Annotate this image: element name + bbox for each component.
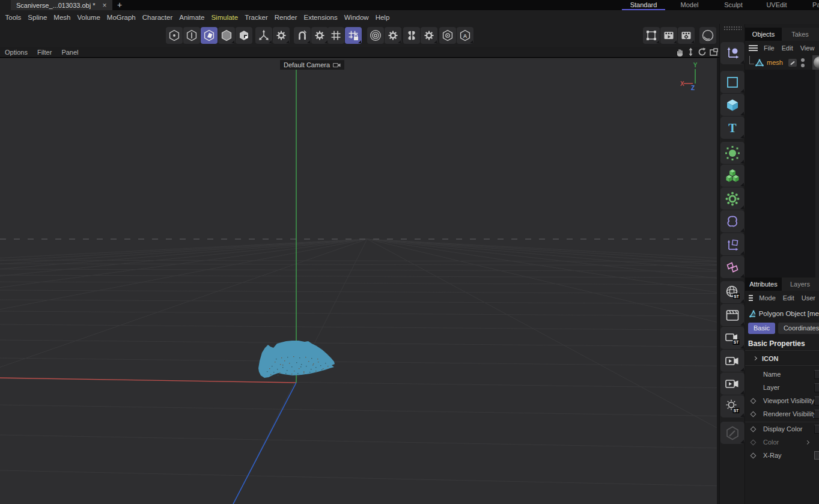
model-mode-icon[interactable] <box>218 27 235 44</box>
object-name[interactable]: mesh <box>767 59 783 66</box>
zoom-icon[interactable] <box>685 47 696 56</box>
menu-window[interactable]: Window <box>341 14 372 21</box>
sculpt-icon[interactable] <box>720 210 744 232</box>
camera-icon-1[interactable] <box>720 350 744 372</box>
primitive-cube-icon[interactable] <box>720 94 744 116</box>
snap-settings-gear-icon[interactable] <box>311 27 328 44</box>
layout-tab-model[interactable]: Model <box>676 0 703 10</box>
keyframe-diamond-icon[interactable] <box>750 398 757 404</box>
axis-settings-gear-icon[interactable] <box>273 27 290 44</box>
viewport-menu-panel[interactable]: Panel <box>56 49 83 56</box>
layout-tab-standard[interactable]: Standard <box>626 0 662 10</box>
edges-mode-icon[interactable] <box>183 27 200 44</box>
stage-globe-icon[interactable]: ST <box>720 281 744 303</box>
object-tree-row[interactable]: mesh <box>745 55 819 70</box>
xray-checkbox[interactable] <box>814 451 819 460</box>
tab-takes[interactable]: Takes <box>782 28 818 41</box>
polygons-mode-icon[interactable] <box>201 27 218 44</box>
display-color-dropdown[interactable] <box>814 425 819 434</box>
rotate-view-icon[interactable] <box>696 47 708 56</box>
object-list-area[interactable] <box>745 70 819 278</box>
tab-basic[interactable]: Basic <box>748 323 775 334</box>
volume-builder-icon[interactable] <box>720 165 744 187</box>
snap-magnet-icon[interactable] <box>294 27 311 44</box>
layout-tab-sculpt[interactable]: Sculpt <box>720 0 747 10</box>
keyframe-diamond-icon[interactable] <box>750 452 757 458</box>
move-tool-icon[interactable] <box>720 42 744 64</box>
spline-pen-icon[interactable] <box>720 71 744 93</box>
stage-icon[interactable] <box>720 304 744 326</box>
camera-label[interactable]: Default Camera <box>280 60 344 70</box>
render-region-icon[interactable] <box>643 27 660 44</box>
menu-spline[interactable]: Spline <box>25 14 50 21</box>
generator-icon[interactable] <box>720 142 744 164</box>
attributes-menu-edit[interactable]: Edit <box>779 294 798 302</box>
tab-coordinates[interactable]: Coordinates <box>778 323 819 334</box>
menu-simulate[interactable]: Simulate <box>208 14 242 21</box>
name-input[interactable] <box>814 370 819 379</box>
light-stage-icon[interactable]: ST <box>720 395 744 417</box>
tab-layers[interactable]: Layers <box>782 278 818 291</box>
attributes-menu-mode[interactable]: Mode <box>755 294 779 302</box>
objects-menu-view[interactable]: View <box>797 44 818 52</box>
toggle-panel-layout-icon[interactable] <box>708 47 719 56</box>
polygon-reduction-icon[interactable] <box>720 256 744 278</box>
viewport-menu-filter[interactable]: Filter <box>32 49 56 56</box>
tab-objects[interactable]: Objects <box>745 28 782 41</box>
text-tool-icon[interactable]: T <box>720 117 744 139</box>
material-thumbnail[interactable] <box>812 55 819 70</box>
render-settings-icon[interactable] <box>678 27 695 44</box>
keyframe-diamond-icon[interactable] <box>750 411 757 417</box>
edit-toggle-icon[interactable] <box>788 59 797 67</box>
layout-tab-uvedit[interactable]: UVEdit <box>763 0 790 10</box>
target-circles-icon[interactable] <box>367 27 384 44</box>
viewport-solo-icon[interactable] <box>439 27 456 44</box>
viewport-visibility-dropdown[interactable] <box>814 396 819 405</box>
camera-stage-icon[interactable]: ST <box>720 327 744 349</box>
viewport-filter-icon[interactable]: A <box>457 27 473 44</box>
menu-tracker[interactable]: Tracker <box>242 14 272 21</box>
menu-help[interactable]: Help <box>372 14 393 21</box>
keyframe-diamond-icon[interactable] <box>750 426 757 432</box>
viewport[interactable]: Default Camera Y X Z <box>0 58 717 504</box>
material-edit-icon[interactable] <box>720 422 744 444</box>
camera-icon-2[interactable] <box>720 372 744 395</box>
symmetry-icon[interactable] <box>403 27 420 44</box>
target-settings-gear-icon[interactable] <box>385 27 401 44</box>
simulation-gear-icon[interactable] <box>720 187 744 210</box>
new-tab-button[interactable]: + <box>114 0 125 10</box>
hamburger-menu-icon[interactable] <box>749 295 753 301</box>
menu-character[interactable]: Character <box>139 14 176 21</box>
objects-menu-file[interactable]: File <box>760 44 778 52</box>
menu-volume[interactable]: Volume <box>74 14 103 21</box>
pan-hand-icon[interactable] <box>674 47 685 56</box>
grid-lock-icon[interactable] <box>345 27 362 44</box>
menu-animate[interactable]: Animate <box>176 14 208 21</box>
close-icon[interactable]: × <box>102 2 106 8</box>
renderer-visibility-dropdown[interactable] <box>814 410 819 419</box>
tab-attributes[interactable]: Attributes <box>745 278 782 291</box>
material-sphere-icon[interactable] <box>699 27 716 44</box>
menu-tools[interactable]: Tools <box>2 14 25 21</box>
layout-tab-paint[interactable]: Pai <box>808 0 819 10</box>
attributes-menu-user[interactable]: User <box>798 294 819 302</box>
workplane-icon[interactable] <box>720 233 744 255</box>
points-mode-icon[interactable] <box>166 27 183 44</box>
symmetry-settings-gear-icon[interactable] <box>421 27 437 44</box>
viewport-menu-options[interactable]: Options <box>0 49 32 56</box>
document-tab[interactable]: Scaniverse_...013033.obj * × <box>11 0 112 10</box>
layer-input[interactable] <box>814 383 819 392</box>
objects-menu-edit[interactable]: Edit <box>778 44 797 52</box>
menu-mograph[interactable]: MoGraph <box>103 14 139 21</box>
visibility-dots-icon[interactable] <box>801 58 805 67</box>
render-view-icon[interactable] <box>660 27 677 44</box>
palette-drag-handle[interactable] <box>723 26 741 31</box>
icon-group-row[interactable]: ICON <box>745 351 819 366</box>
texture-mode-icon[interactable] <box>236 27 252 44</box>
hamburger-menu-icon[interactable] <box>749 45 758 51</box>
menu-render[interactable]: Render <box>271 14 300 21</box>
menu-extensions[interactable]: Extensions <box>300 14 341 21</box>
grid-icon[interactable] <box>327 27 344 44</box>
axis-tool-icon[interactable] <box>255 27 272 44</box>
menu-mesh[interactable]: Mesh <box>50 14 74 21</box>
